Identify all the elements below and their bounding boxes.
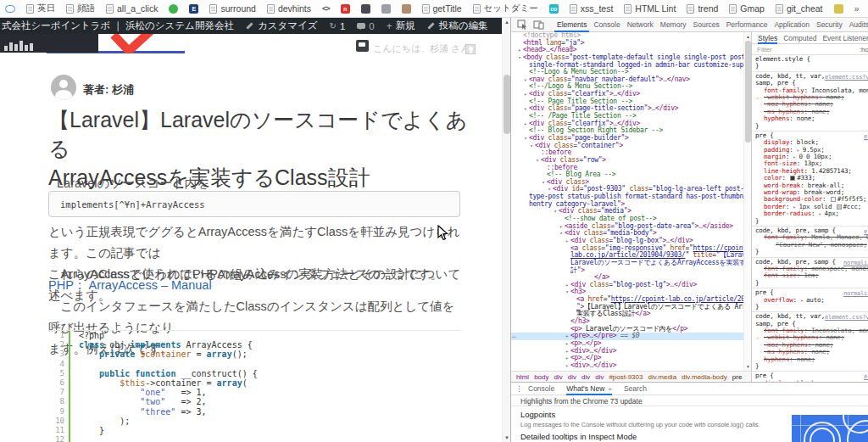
admin-customize[interactable]: カスタマイズ bbox=[246, 20, 318, 32]
bookmark-item[interactable]: セットダミー bbox=[473, 3, 538, 14]
css-property[interactable]: -moz-hyphens: none; bbox=[755, 101, 868, 108]
bookmark-item[interactable]: 頻語 bbox=[66, 3, 95, 14]
sidebar-tab[interactable]: Styles bbox=[758, 32, 777, 44]
admin-site-name[interactable]: 式会社シーポイントラボ ｜ 浜松のシステム開発会社 bbox=[2, 20, 234, 32]
devtools-tab-performance[interactable]: Performance bbox=[724, 18, 771, 32]
rule-selector[interactable]: pre {element.css?v bbox=[755, 132, 868, 139]
devtools-tab-network[interactable]: Network bbox=[625, 18, 656, 32]
bookmark-item[interactable] bbox=[5, 5, 15, 13]
devtools-tab-application[interactable]: Application bbox=[771, 18, 812, 32]
bookmark-item[interactable]: 英日 bbox=[26, 3, 55, 14]
inspect-element-icon[interactable] bbox=[517, 20, 527, 30]
css-property[interactable]: line-height: 1.42857143; bbox=[755, 168, 868, 175]
breadcrumb-item[interactable]: div.media bbox=[648, 373, 676, 381]
css-property[interactable]: background-color: #f5f5f5; bbox=[755, 196, 868, 203]
css-property[interactable]: font-family: Inconsolata, monospa bbox=[755, 87, 868, 94]
css-property[interactable]: -ms-hyphens: none; bbox=[755, 349, 868, 355]
breadcrumb-item[interactable]: pre bbox=[732, 373, 743, 381]
breadcrumb-item[interactable]: div bbox=[595, 373, 604, 381]
bookmark-item[interactable]: n bbox=[341, 4, 350, 14]
dom-scrollbar-thumb[interactable] bbox=[745, 41, 751, 143]
rule-selector[interactable]: code, kbd, pre, samp {normalize.css bbox=[755, 259, 868, 266]
bookmark-item[interactable]: trend bbox=[687, 3, 718, 14]
bookmark-item[interactable]: E bbox=[189, 4, 198, 14]
css-property[interactable]: font-family: Inconsolata, monospa bbox=[755, 327, 868, 334]
device-toolbar-icon[interactable] bbox=[533, 20, 544, 30]
rule-selector[interactable]: pre {normalize.css bbox=[755, 289, 868, 296]
breadcrumb-item[interactable]: #post-9303 bbox=[609, 373, 643, 381]
breadcrumb-item[interactable]: div bbox=[568, 373, 576, 381]
dom-line[interactable]: LaravelのソースコードでよくあるArrayAccessを実装するClass… bbox=[511, 260, 743, 267]
admin-new[interactable]: + 新規 bbox=[387, 20, 415, 32]
devtools-tab-audits[interactable]: Audits bbox=[847, 18, 868, 32]
bookmark-item[interactable]: devhints bbox=[267, 3, 311, 14]
bookmark-item[interactable] bbox=[834, 4, 843, 14]
dom-scrollbar[interactable]: ▲ ▼ bbox=[743, 32, 751, 371]
css-property[interactable]: -ms-hyphens: none; bbox=[755, 109, 868, 115]
css-property[interactable]: "Courier New", monospace; bbox=[755, 242, 868, 249]
css-property[interactable]: ⚠-webkit-hyphens: none; bbox=[755, 94, 868, 101]
css-property[interactable]: ⚠-webkit-hyphens: none; bbox=[755, 334, 868, 341]
breadcrumb-item[interactable]: body bbox=[534, 373, 548, 381]
php-manual-link[interactable]: PHP： ArrayAccess – Manual bbox=[48, 277, 212, 294]
notification-bubble-icon[interactable] bbox=[356, 40, 369, 52]
bookmark-item[interactable] bbox=[381, 4, 391, 14]
sidebar-tab[interactable]: Event Listeners bbox=[822, 32, 868, 44]
sidebar-tab[interactable]: Computed bbox=[783, 32, 816, 44]
bookmark-item[interactable]: Gmap bbox=[729, 3, 765, 14]
css-property[interactable]: border: ▸ 1px solid #ccc; bbox=[755, 204, 868, 210]
css-property[interactable]: font-size: 13px; bbox=[755, 160, 868, 167]
breadcrumb-item[interactable]: div.media-body bbox=[682, 373, 727, 381]
css-property[interactable]: font-family: Menlo, Monaco, Conso bbox=[755, 234, 868, 241]
hov-toggle[interactable]: :hov bbox=[860, 46, 868, 53]
bookmark-item[interactable]: xss_test bbox=[570, 3, 614, 14]
bookmark-item[interactable]: git_cheat bbox=[776, 3, 823, 14]
admin-updates[interactable]: ↻ 1 bbox=[330, 21, 346, 31]
css-property[interactable]: font-family: monospace, monospace; bbox=[755, 266, 868, 272]
dom-line[interactable]: …▸<pre>…</pre> == $0 bbox=[511, 333, 743, 340]
bookmark-item[interactable] bbox=[402, 4, 411, 14]
devtools-tab-memory[interactable]: Memory bbox=[658, 18, 689, 32]
bookmark-item[interactable] bbox=[169, 4, 178, 14]
dom-line[interactable]: ▸<p>…</p> bbox=[511, 340, 743, 348]
bookmark-item[interactable]: co bbox=[549, 4, 559, 14]
styles-filter-bar[interactable]: Filter :hov bbox=[752, 44, 868, 55]
css-property[interactable]: padding: ▸ 9.5px; bbox=[755, 147, 868, 154]
rule-selector[interactable]: samp, pre { bbox=[755, 80, 868, 87]
rule-selector[interactable]: samp, pre { bbox=[755, 321, 868, 327]
bookmark-item[interactable]: getTitle bbox=[422, 3, 462, 14]
css-property[interactable]: word-break: break-all; bbox=[755, 182, 868, 189]
greeting-text[interactable]: こんにちは、杉浦 さん bbox=[373, 42, 470, 55]
dom-line[interactable]: 計"> bbox=[511, 267, 743, 275]
css-property[interactable]: hyphens: none; bbox=[755, 356, 868, 363]
css-property[interactable]: font-size: 1em; bbox=[755, 272, 868, 279]
drawer-tab-console[interactable]: Console bbox=[528, 383, 554, 395]
css-property[interactable]: -moz-hyphens: none; bbox=[755, 342, 868, 349]
user-avatar[interactable] bbox=[465, 44, 476, 54]
page-scrollbar-thumb[interactable] bbox=[504, 75, 510, 134]
css-property[interactable]: color: #333; bbox=[755, 175, 868, 182]
devtools-tab-sources[interactable]: Sources bbox=[691, 18, 722, 32]
dom-line[interactable]: ▸<div>…</div> bbox=[511, 348, 743, 355]
css-property[interactable]: display: block; bbox=[755, 139, 868, 146]
bookmark-item[interactable]: surround bbox=[209, 3, 255, 14]
breadcrumb-item[interactable]: html bbox=[516, 373, 529, 381]
dom-line[interactable]: 実装するClass設計</a> bbox=[511, 311, 743, 318]
bookmark-item[interactable]: all_a_click bbox=[106, 3, 158, 14]
bookmark-item[interactable]: HTML Lint bbox=[624, 3, 676, 14]
rule-selector[interactable]: pre {element.css?v bbox=[755, 372, 868, 379]
close-whatsnew-icon[interactable]: × bbox=[608, 385, 612, 393]
css-property[interactable]: border-radius: ▸ 4px; bbox=[755, 210, 868, 217]
dom-line[interactable]: ▸<div>…</div> bbox=[511, 362, 743, 370]
rule-selector[interactable]: element.style { bbox=[755, 56, 868, 63]
css-property[interactable]: overflow: ▸ auto; bbox=[755, 297, 868, 304]
bookmark-item[interactable]: <> bbox=[322, 4, 330, 13]
admin-comments[interactable]: 0 bbox=[357, 21, 374, 31]
drawer-tab-search[interactable]: Search bbox=[624, 383, 647, 395]
devtools-tab-security[interactable]: Security bbox=[814, 18, 845, 32]
rule-selector[interactable]: code, kbd, pre, samp {element.css?v bbox=[755, 227, 868, 234]
breadcrumb-item[interactable]: div bbox=[581, 373, 590, 381]
drawer-menu-icon[interactable]: ⋮ bbox=[515, 384, 523, 393]
devtools-tab-elements[interactable]: Elements bbox=[554, 18, 589, 32]
dom-line[interactable]: ▸<div class="blog-post-lg">…</div> bbox=[511, 282, 743, 289]
